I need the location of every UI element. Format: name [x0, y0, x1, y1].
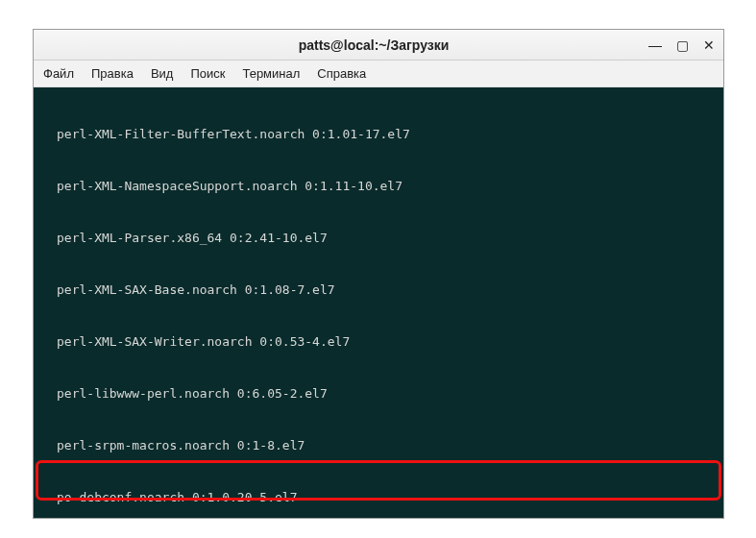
window-title: patts@local:~/Загрузки: [99, 37, 648, 53]
titlebar: patts@local:~/Загрузки — ▢ ✕: [34, 30, 723, 61]
package-line: perl-XML-SAX-Writer.noarch 0:0.53-4.el7: [39, 333, 718, 351]
terminal-window: patts@local:~/Загрузки — ▢ ✕ Файл Правка…: [33, 29, 724, 519]
menu-help[interactable]: Справка: [317, 66, 366, 81]
package-line: perl-XML-Parser.x86_64 0:2.41-10.el7: [39, 230, 718, 247]
maximize-button[interactable]: ▢: [675, 38, 689, 52]
menubar: Файл Правка Вид Поиск Терминал Справка: [34, 61, 723, 87]
menu-terminal[interactable]: Терминал: [242, 66, 300, 81]
terminal-output[interactable]: perl-XML-Filter-BufferText.noarch 0:1.01…: [34, 87, 723, 518]
menu-file[interactable]: Файл: [43, 66, 74, 81]
package-line: perl-XML-SAX-Base.noarch 0:1.08-7.el7: [39, 281, 718, 299]
package-line: perl-libwww-perl.noarch 0:6.05-2.el7: [39, 385, 718, 403]
package-line: po-debconf.noarch 0:1.0.20-5.el7: [39, 489, 718, 506]
package-line: perl-srpm-macros.noarch 0:1-8.el7: [39, 437, 718, 454]
package-line: perl-XML-NamespaceSupport.noarch 0:1.11-…: [39, 178, 718, 195]
minimize-button[interactable]: —: [648, 38, 662, 52]
menu-view[interactable]: Вид: [151, 66, 174, 81]
window-controls: — ▢ ✕: [648, 38, 716, 52]
menu-search[interactable]: Поиск: [190, 66, 225, 81]
menu-edit[interactable]: Правка: [91, 66, 134, 81]
package-line: perl-XML-Filter-BufferText.noarch 0:1.01…: [39, 126, 718, 143]
close-button[interactable]: ✕: [702, 38, 716, 52]
